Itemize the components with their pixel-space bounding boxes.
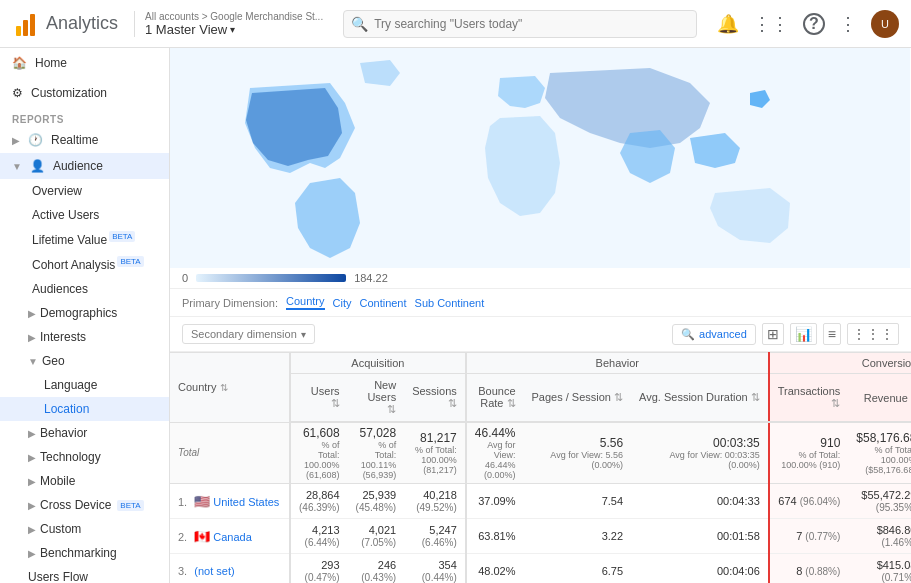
col-sessions-header[interactable]: Sessions ⇅ (404, 374, 466, 423)
sessions-sort-icon: ⇅ (448, 397, 457, 409)
totals-label: Total (170, 422, 290, 484)
sidebar: 🏠 Home ⚙ Customization REPORTS ▶ 🕐 Realt… (0, 48, 170, 583)
app-title: Analytics (46, 13, 118, 34)
sidebar-item-technology[interactable]: ▶ Technology (0, 445, 169, 469)
chart-view-icon[interactable]: 📊 (790, 323, 817, 345)
header: Analytics All accounts > Google Merchand… (0, 0, 911, 48)
sidebar-item-location[interactable]: Location (0, 397, 169, 421)
sidebar-item-home[interactable]: 🏠 Home (0, 48, 169, 78)
country-flag: 🇺🇸 (194, 494, 210, 509)
cell-new-users-1: 4,021 (7.05%) (348, 519, 405, 554)
reports-section-label: REPORTS (0, 108, 169, 127)
search-small-icon: 🔍 (681, 328, 695, 341)
col-pages-session-header[interactable]: Pages / Session ⇅ (524, 374, 632, 423)
sidebar-item-behavior[interactable]: ▶ Behavior (0, 421, 169, 445)
cell-pages-session-2: 6.75 (524, 554, 632, 584)
sidebar-item-lifetime-value[interactable]: Lifetime ValueBETA (0, 227, 169, 252)
primary-dimension-label: Primary Dimension: (182, 297, 278, 309)
sidebar-item-audience[interactable]: ▼ 👤 Audience (0, 153, 169, 179)
cell-users-1: 4,213 (6.44%) (290, 519, 348, 554)
realtime-expand-icon: ▶ (12, 135, 20, 146)
beta-badge3: BETA (117, 500, 143, 511)
filter-icon[interactable]: ≡ (823, 323, 841, 345)
table-row: 3. (not set) 293 (0.47%) 246 (0.43%) 354… (170, 554, 911, 584)
cell-transactions-0: 674 (96.04%) (769, 484, 849, 519)
sidebar-item-realtime[interactable]: ▶ 🕐 Realtime (0, 127, 169, 153)
sidebar-item-active-users[interactable]: Active Users (0, 203, 169, 227)
avatar[interactable]: U (871, 10, 899, 38)
main-layout: 🏠 Home ⚙ Customization REPORTS ▶ 🕐 Realt… (0, 48, 911, 583)
cell-new-users-2: 246 (0.43%) (348, 554, 405, 584)
dimension-country[interactable]: Country (286, 295, 325, 310)
grid-view-icon[interactable]: ⊞ (762, 323, 784, 345)
cell-sessions-0: 40,218 (49.52%) (404, 484, 466, 519)
cell-bounce-rate-2: 48.02% (466, 554, 524, 584)
sidebar-item-benchmarking[interactable]: ▶ Benchmarking (0, 541, 169, 565)
master-view[interactable]: 1 Master View ▾ (145, 22, 323, 37)
cell-bounce-rate-1: 63.81% (466, 519, 524, 554)
secondary-dimension-selector[interactable]: Secondary dimension ▾ (182, 324, 315, 344)
apps-icon[interactable]: ⋮⋮ (753, 13, 789, 35)
sidebar-item-geo[interactable]: ▼ Geo (0, 349, 169, 373)
col-country-header: Country ⇅ (170, 353, 290, 423)
cell-users-2: 293 (0.47%) (290, 554, 348, 584)
col-transactions-header[interactable]: Transactions ⇅ (769, 374, 849, 423)
row-number: 2. (178, 531, 187, 543)
totals-revenue: $58,176.68 % of Total: 100.00% ($58,176.… (848, 422, 911, 484)
dimension-continent[interactable]: Continent (359, 297, 406, 309)
col-users-header[interactable]: Users ⇅ (290, 374, 348, 423)
avg-sort-icon: ⇅ (751, 391, 760, 403)
sidebar-item-cohort-analysis[interactable]: Cohort AnalysisBETA (0, 252, 169, 277)
conversions-group-header: Conversions eCommerce ▾ (769, 353, 911, 374)
cell-sessions-1: 5,247 (6.46%) (404, 519, 466, 554)
cell-transactions-1: 7 (0.77%) (769, 519, 849, 554)
country-flag: 🇨🇦 (194, 529, 210, 544)
search-advanced-btn[interactable]: 🔍 advanced (672, 324, 756, 345)
help-icon[interactable]: ? (803, 13, 825, 35)
country-link-1[interactable]: Canada (213, 531, 252, 543)
table-row: 1. 🇺🇸 United States 28,864 (46.39%) 25,9… (170, 484, 911, 519)
country-link-0[interactable]: United States (213, 496, 279, 508)
col-bounce-rate-header[interactable]: Bounce Rate ⇅ (466, 374, 524, 423)
sidebar-item-demographics[interactable]: ▶ Demographics (0, 301, 169, 325)
cell-new-users-0: 25,939 (45.48%) (348, 484, 405, 519)
cell-users-0: 28,864 (46.39%) (290, 484, 348, 519)
notifications-icon[interactable]: 🔔 (717, 13, 739, 35)
audience-icon: 👤 (30, 159, 45, 173)
sidebar-item-custom[interactable]: ▶ Custom (0, 517, 169, 541)
col-new-users-header[interactable]: New Users ⇅ (348, 374, 405, 423)
cell-sessions-2: 354 (0.44%) (404, 554, 466, 584)
dimension-sub-continent[interactable]: Sub Continent (415, 297, 485, 309)
columns-icon[interactable]: ⋮⋮⋮ (847, 323, 899, 345)
sidebar-item-customization[interactable]: ⚙ Customization (0, 78, 169, 108)
totals-transactions: 910 % of Total: 100.00% (910) (769, 422, 849, 484)
sidebar-item-mobile[interactable]: ▶ Mobile (0, 469, 169, 493)
audience-expand-icon: ▼ (12, 161, 22, 172)
data-table-container: Country ⇅ Acquisition Behavior Conversio… (170, 352, 911, 583)
map-section: 0 184.22 (170, 48, 911, 288)
search-input[interactable] (343, 10, 697, 38)
totals-users: 61,608 % of Total: 100.00% (61,608) (290, 422, 348, 484)
country-link-2[interactable]: (not set) (194, 565, 234, 577)
totals-row: Total 61,608 % of Total: 100.00% (61,608… (170, 422, 911, 484)
cell-revenue-2: $415.08 (0.71%) (848, 554, 911, 584)
country-sort-icon[interactable]: ⇅ (220, 382, 228, 393)
demographics-expand-icon: ▶ (28, 308, 36, 319)
behavior-expand-icon: ▶ (28, 428, 36, 439)
sidebar-item-interests[interactable]: ▶ Interests (0, 325, 169, 349)
cross-device-expand-icon: ▶ (28, 500, 36, 511)
beta-badge: BETA (109, 231, 135, 242)
sidebar-item-cross-device[interactable]: ▶ Cross DeviceBETA (0, 493, 169, 517)
world-map (170, 48, 910, 268)
totals-pages-session: 5.56 Avg for View: 5.56 (0.00%) (524, 422, 632, 484)
sidebar-item-audiences[interactable]: Audiences (0, 277, 169, 301)
col-avg-session-header[interactable]: Avg. Session Duration ⇅ (631, 374, 769, 423)
sidebar-item-overview[interactable]: Overview (0, 179, 169, 203)
totals-bounce-rate: 46.44% Avg for View: 46.44% (0.00%) (466, 422, 524, 484)
col-revenue-header[interactable]: Revenue ↓ (848, 374, 911, 423)
dimension-city[interactable]: City (333, 297, 352, 309)
more-icon[interactable]: ⋮ (839, 13, 857, 35)
sidebar-item-users-flow[interactable]: Users Flow (0, 565, 169, 583)
svg-rect-0 (16, 26, 21, 36)
sidebar-item-language[interactable]: Language (0, 373, 169, 397)
